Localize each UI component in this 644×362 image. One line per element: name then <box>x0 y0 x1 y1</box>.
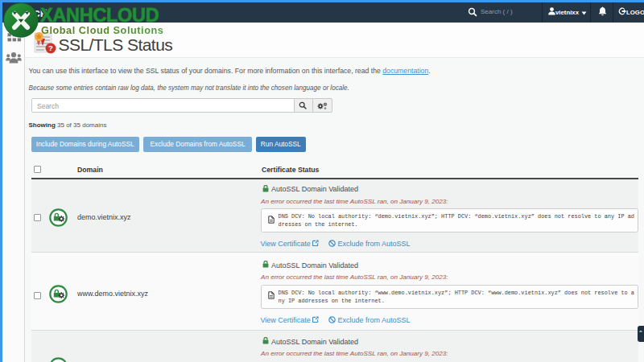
svg-text:?: ? <box>48 43 53 52</box>
